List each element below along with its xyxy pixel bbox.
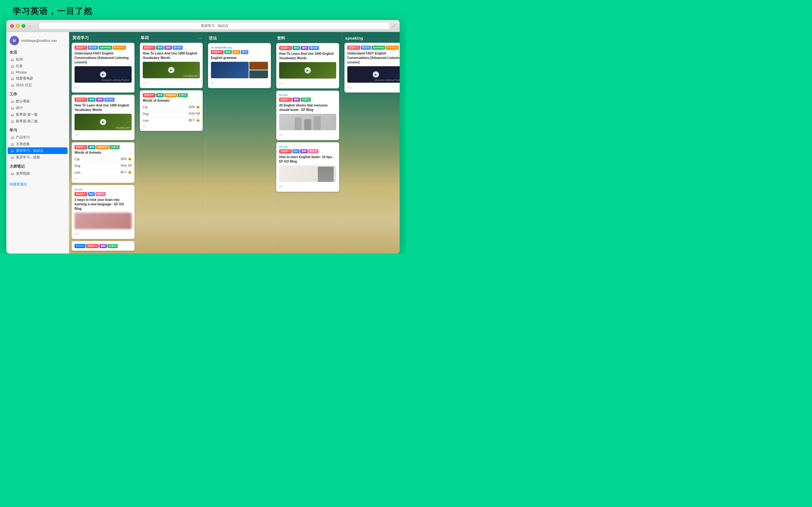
- close-button[interactable]: [10, 24, 14, 28]
- tag: 特学习: [308, 149, 318, 153]
- card-tags: 英语学习 单词 资料 学习中: [143, 46, 200, 50]
- card-title: How to learn English faster: 10 tips - E…: [279, 155, 336, 164]
- tag: 资料: [293, 98, 300, 102]
- sidebar-item-new-interface-v1[interactable]: 🗂 新界面·第一版: [8, 111, 67, 118]
- folder-icon: 🗂: [11, 83, 14, 87]
- sidebar-item-label: 英语学习 - 知识点: [16, 148, 44, 153]
- card-number: #11: [279, 82, 284, 85]
- tag: 单词: [88, 145, 96, 149]
- sidebar-item-movies[interactable]: 🗂 我爱看电影: [8, 75, 67, 82]
- card-number: #9: [279, 133, 282, 136]
- create-project-button[interactable]: 创建新项目: [6, 179, 69, 190]
- card-number: #12: [347, 86, 352, 89]
- video-overlay-text: Advanced Listening Practice: [101, 78, 131, 81]
- forward-button[interactable]: ›: [33, 23, 37, 29]
- folder-icon: 🗂: [11, 106, 14, 110]
- back-button[interactable]: ‹: [28, 23, 32, 29]
- card-understand-fast[interactable]: 英语学习 学习中 speaking listening Understand F…: [72, 43, 135, 93]
- play-button-icon: ▶: [100, 119, 106, 125]
- sidebar-section-shenguo: 生活 ···: [6, 48, 69, 56]
- animal-zh: 猫咪 🐱: [120, 157, 132, 161]
- tag: 单词: [156, 46, 164, 50]
- sidebar-item-english-knowledge[interactable]: 🗂 英语学习 - 知识点: [8, 147, 67, 154]
- card-animals-1[interactable]: 英语学习 单词 动物单词 已学习 Words of Animals Cat 猫咪…: [72, 142, 135, 183]
- sidebar-item-photos[interactable]: 🗂 Photos: [8, 69, 67, 75]
- card-1000-vocab-2[interactable]: 英语学习 单词 资料 学习中 How To Learn And Use 1000…: [140, 43, 203, 88]
- animal-en: Cat: [74, 158, 80, 161]
- folder-icon: 🗂: [11, 100, 14, 103]
- column-more-icon[interactable]: ···: [198, 36, 202, 41]
- sidebar-user[interactable]: M mobileapp@mailbox.mas: [6, 34, 69, 48]
- section-more-icon[interactable]: ···: [63, 51, 66, 54]
- animal-row-dog: Dog 狗狗 🐶: [74, 163, 132, 169]
- card-tags: 英语学习 资料 已学习: [279, 98, 336, 102]
- sidebar-item-guide[interactable]: 🗂 使用指南: [8, 170, 67, 177]
- card-title: Understand FAST English Conversations [A…: [347, 51, 400, 65]
- sidebar-item-label: 文章收集: [16, 142, 30, 147]
- kanban-scroll[interactable]: 英语学习 英语学习 学习中 speaking listening: [69, 32, 400, 253]
- tag: 单词: [156, 93, 164, 97]
- sidebar-item-label: 新界面·第一版: [16, 112, 38, 117]
- sidebar-item-label: 英语学习 - 进展: [16, 155, 40, 160]
- card-1000-vocab-1[interactable]: 英语学习 单词 资料 学习中 How To Learn And Use 1000…: [72, 95, 135, 140]
- browser-expand-icon[interactable]: ⤢: [392, 23, 396, 28]
- column-cards: 英语学习 单词 资料 学习中 How To Learn And Use 1000…: [274, 43, 342, 253]
- maximize-button[interactable]: [21, 24, 26, 28]
- column-title: 资料: [277, 36, 285, 41]
- sidebar-item-product-learning[interactable]: 🗂 产品学习: [8, 134, 67, 141]
- play-button-icon: ▶: [168, 67, 174, 73]
- card-tags: 英语学习 tips 资料 特学习: [279, 149, 336, 153]
- sidebar-item-hangzhou[interactable]: 🗂 杭州: [8, 56, 67, 63]
- animal-row-cat: Cat 猫咪 🐱: [74, 156, 132, 163]
- minimize-button[interactable]: [16, 24, 20, 28]
- card-thumbnail-video: ▶ Advanced Listening Practice: [74, 66, 132, 83]
- avatar: M: [9, 36, 19, 45]
- sidebar-item-label: 我爱看电影: [16, 76, 33, 81]
- card-learn-faster[interactable]: ef.com 英语学习 tips 资料 特学习 How to learn Eng…: [276, 142, 339, 192]
- card-source: ef.com: [74, 188, 132, 191]
- sidebar-item-label: 产品学习: [16, 135, 30, 140]
- tag: 动物单词: [96, 145, 109, 149]
- card-title: How To Learn And Use 1000 English Vocabu…: [279, 52, 336, 60]
- nav-buttons: ‹ ›: [28, 23, 37, 29]
- sidebar-item-default-board[interactable]: 🗂 默认看板: [8, 98, 67, 105]
- sidebar-item-english-progress[interactable]: 🗂 英语学习 - 进展: [8, 154, 67, 161]
- section-title-work: 工作: [9, 92, 17, 96]
- tag: 英语学习: [279, 149, 292, 153]
- sidebar-item-label: Photos: [16, 70, 27, 74]
- card-1000-vocab-3[interactable]: 英语学习 单词 资料 学习中 How To Learn And Use 1000…: [276, 43, 339, 89]
- card-tags: 英语学习 单词 资料 学习中: [74, 98, 132, 102]
- tag: 英语学习: [74, 46, 87, 50]
- card-animals-2[interactable]: 英语学习 单词 动物单词 已学习 Words of Animals Cat 猫咪…: [140, 90, 203, 131]
- tag: 英语学习: [74, 98, 87, 102]
- animal-row-dog: Dog 狗狗 🐶: [143, 111, 200, 117]
- sidebar-item-design[interactable]: 🗂 设计: [8, 105, 67, 111]
- address-bar[interactable]: 英语学习 - 知识点: [39, 22, 390, 30]
- vocab-label: VOCABULARY: [115, 127, 131, 129]
- tag: 动物单词: [164, 93, 177, 97]
- animal-en: Dog: [143, 112, 148, 116]
- card-source: ef.com: [279, 145, 336, 148]
- tag: ef.com: [74, 244, 85, 248]
- sidebar-item-label: 2019 日记: [16, 83, 32, 88]
- card-trick-brain[interactable]: ef.com 英语学习 tips 特学习 3 ways to trick you…: [72, 185, 135, 239]
- vocab-label: VOCABULARY: [183, 75, 199, 77]
- sidebar-item-new-interface-v2[interactable]: 🗂 新界面·第二版: [8, 118, 67, 124]
- tag: 已学习: [109, 145, 119, 149]
- sidebar-item-tasks[interactable]: 🗂 任务: [8, 63, 67, 69]
- card-thumbnail-video: ▶: [279, 62, 336, 78]
- browser-content: M mobileapp@mailbox.mas 生活 ··· 🗂 杭州 🗂 任务: [6, 32, 400, 253]
- animal-zh: 狗狗 🐶: [189, 112, 200, 116]
- sidebar-item-article-collection[interactable]: 🗂 文章收集: [8, 141, 67, 147]
- sidebar-item-label: 杭州: [16, 57, 23, 62]
- card-number: #4: [74, 177, 132, 180]
- card-20-idioms[interactable]: ef.com 英语学习 资料 已学习 20 English idioms tha…: [276, 91, 339, 140]
- tag: 英语学习: [143, 93, 155, 97]
- sidebar-item-diary[interactable]: 🗂 2019 日记: [8, 82, 67, 89]
- card-english-grammar[interactable]: en.wikipedia.org 英语学习 语法 语法 学习 English g…: [208, 43, 271, 88]
- card-understand-fast-2[interactable]: 英语学习 学习中 speaking listening Understand F…: [345, 43, 400, 93]
- card-title: Words of Animals: [74, 151, 132, 154]
- column-speaking: speaking 英语学习 学习中 speaking listening: [342, 32, 400, 253]
- sidebar-item-label: 使用指南: [16, 171, 30, 176]
- card-partial[interactable]: ef.com 英语学习 资料 已学习: [72, 241, 135, 250]
